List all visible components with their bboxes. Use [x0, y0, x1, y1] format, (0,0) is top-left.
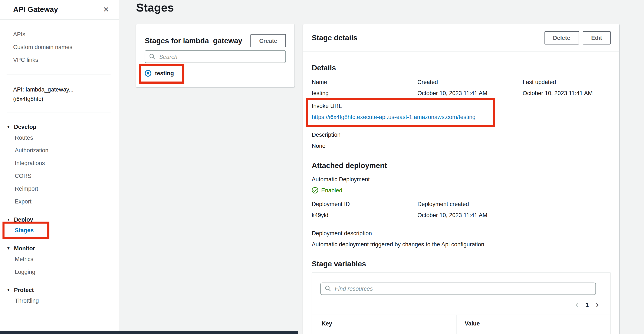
app-window: API Gateway ✕ APIs Custom domain names V…: [0, 0, 644, 334]
sidebar-item-cors[interactable]: CORS: [15, 170, 119, 183]
sidebar-title: API Gateway: [13, 5, 58, 14]
field-label: Description: [312, 130, 611, 139]
field-label: Last updated: [522, 78, 610, 86]
stage-details-panel: Stage details Delete Edit Details Name t…: [303, 24, 619, 334]
stage-name-label: testing: [155, 70, 174, 77]
edit-button[interactable]: Edit: [582, 31, 610, 45]
stages-panel-heading: Stages for lambda_gateway: [145, 37, 242, 45]
page-title: Stages: [136, 1, 619, 15]
sidebar-item-label: Stages: [15, 227, 34, 234]
divider: [6, 75, 111, 75]
field-label: Deployment ID: [312, 200, 418, 208]
status-enabled: Enabled: [312, 186, 611, 195]
column-header-value: Value: [465, 320, 480, 326]
stage-details-heading: Stage details: [312, 34, 357, 42]
section-header-monitor[interactable]: ▼ Monitor: [0, 244, 119, 253]
main-content: Stages Stages for lambda_gateway Create: [119, 0, 644, 334]
stage-variables-heading: Stage variables: [312, 259, 611, 269]
caret-down-icon: ▼: [6, 285, 10, 294]
stage-radio-testing[interactable]: testing: [145, 69, 174, 78]
field-created: Created October 10, 2023 11:41 AM: [418, 78, 522, 97]
api-reference: API: lambda_gateway... (i6x4fg8hfc): [13, 85, 111, 104]
chevron-left-icon[interactable]: ‹: [575, 301, 580, 309]
field-name: Name testing: [312, 78, 418, 97]
field-value: Automatic deployment triggered by change…: [312, 240, 611, 248]
sidebar-item-integrations[interactable]: Integrations: [15, 157, 119, 170]
field-value: October 10, 2023 11:41 AM: [522, 89, 610, 97]
section-header-protect[interactable]: ▼ Protect: [0, 285, 119, 294]
sidebar-item-apis[interactable]: APIs: [13, 28, 119, 41]
radio-selected-icon: [145, 70, 152, 77]
sidebar-section-deploy: ▼ Deploy Stages: [0, 215, 119, 237]
details-section-heading: Details: [312, 63, 611, 73]
sidebar-item-metrics[interactable]: Metrics: [15, 253, 119, 266]
sidebar-top-links: APIs Custom domain names VPC links: [0, 20, 119, 66]
stages-panel: Stages for lambda_gateway Create testing: [136, 24, 294, 87]
automatic-deployment-label: Automatic Deployment: [312, 175, 611, 184]
sidebar-header: API Gateway ✕: [0, 0, 119, 20]
sidebar: API Gateway ✕ APIs Custom domain names V…: [0, 0, 119, 334]
section-label: Monitor: [14, 244, 35, 253]
field-label: Invoke URL: [312, 102, 476, 110]
delete-button[interactable]: Delete: [544, 31, 579, 45]
section-header-develop[interactable]: ▼ Develop: [0, 122, 119, 131]
create-button[interactable]: Create: [251, 34, 286, 47]
api-reference-line2: (i6x4fg8hfc): [13, 94, 111, 104]
table-header-row: Key Value: [312, 314, 610, 334]
section-label: Develop: [14, 122, 36, 131]
stages-search-input[interactable]: [145, 50, 286, 63]
field-invoke-url: Invoke URL https://i6x4fg8hfc.execute-ap…: [312, 102, 476, 121]
field-value: None: [312, 142, 611, 150]
field-deployment-id: Deployment ID k49yld: [312, 200, 418, 219]
invoke-url-link[interactable]: https://i6x4fg8hfc.execute-api.us-east-1…: [312, 113, 476, 121]
caret-down-icon: ▼: [6, 122, 10, 131]
footer-bar: [0, 331, 298, 334]
sidebar-section-monitor: ▼ Monitor Metrics Logging: [0, 244, 119, 278]
search-icon: [324, 285, 332, 292]
field-label: Deployment description: [312, 229, 611, 237]
sidebar-item-throttling[interactable]: Throttling: [15, 294, 119, 307]
sidebar-item-authorization[interactable]: Authorization: [15, 144, 119, 157]
search-icon: [149, 53, 156, 60]
field-deployment-created: Deployment created October 10, 2023 11:4…: [418, 200, 522, 219]
field-label: Created: [418, 78, 522, 86]
sidebar-item-logging[interactable]: Logging: [15, 266, 119, 279]
close-button[interactable]: ✕: [102, 5, 110, 14]
pagination: ‹ 1 ›: [320, 300, 602, 310]
sidebar-item-reimport[interactable]: Reimport: [15, 182, 119, 195]
sidebar-section-develop: ▼ Develop Routes Authorization Integrati…: [0, 122, 119, 208]
sidebar-item-export[interactable]: Export: [15, 195, 119, 208]
api-reference-line1: API: lambda_gateway...: [13, 85, 111, 94]
field-value: October 10, 2023 11:41 AM: [418, 211, 522, 219]
field-description: Description None: [312, 130, 611, 150]
sidebar-item-custom-domain-names[interactable]: Custom domain names: [13, 41, 119, 54]
sidebar-item-routes[interactable]: Routes: [15, 131, 119, 144]
sidebar-item-vpc-links[interactable]: VPC links: [13, 54, 119, 66]
close-icon: ✕: [103, 6, 109, 14]
caret-down-icon: ▼: [6, 244, 10, 253]
field-value: testing: [312, 89, 418, 97]
field-last-updated: Last updated October 10, 2023 11:41 AM: [522, 78, 610, 97]
field-value: October 10, 2023 11:41 AM: [418, 89, 522, 97]
status-text: Enabled: [321, 187, 342, 194]
divider: [6, 112, 111, 112]
field-label: Deployment created: [418, 200, 522, 208]
section-label: Deploy: [14, 215, 33, 224]
column-header-key: Key: [322, 320, 332, 326]
stage-variables-table: ‹ 1 › Key Value: [312, 272, 611, 334]
page-number[interactable]: 1: [586, 302, 589, 308]
chevron-right-icon[interactable]: ›: [595, 301, 600, 309]
find-resources-input[interactable]: [320, 283, 596, 295]
section-label: Protect: [14, 285, 34, 294]
check-circle-icon: [312, 187, 318, 194]
field-deployment-description: Deployment description Automatic deploym…: [312, 229, 611, 248]
section-header-deploy[interactable]: ▼ Deploy: [0, 215, 119, 224]
sidebar-section-protect: ▼ Protect Throttling: [0, 285, 119, 307]
field-value: k49yld: [312, 211, 418, 219]
sidebar-item-stages[interactable]: Stages: [15, 224, 119, 237]
caret-down-icon: ▼: [6, 215, 10, 224]
field-label: Name: [312, 78, 418, 86]
attached-deployment-heading: Attached deployment: [312, 160, 611, 171]
